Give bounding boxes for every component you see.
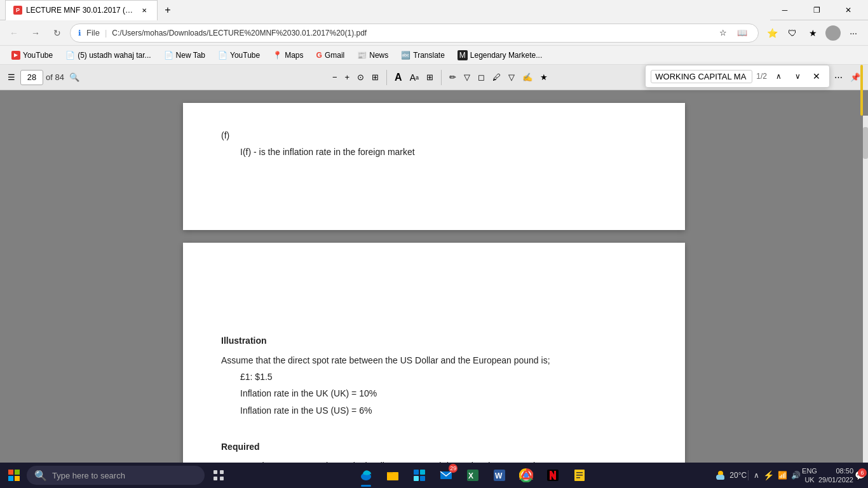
find-next-button[interactable]: ∨ bbox=[790, 69, 805, 84]
page-total: of 84 bbox=[46, 72, 64, 82]
bookmark-legendary[interactable]: M Legendary Markete... bbox=[452, 49, 547, 62]
bookmark-star-button[interactable]: ☆ bbox=[715, 25, 731, 41]
bookmark-translate[interactable]: 🔤 Translate bbox=[396, 50, 450, 61]
toolbar-right: ⭐ 🛡 ★ ··· bbox=[763, 24, 863, 43]
news-icon: 📰 bbox=[357, 51, 367, 60]
find-input[interactable] bbox=[651, 70, 752, 83]
zoom-out-button[interactable]: − bbox=[330, 69, 340, 86]
start-button[interactable] bbox=[3, 464, 25, 487]
notes-icon bbox=[573, 468, 587, 482]
more-button[interactable]: ⋯ bbox=[832, 69, 845, 86]
page-number-input[interactable] bbox=[20, 70, 43, 85]
profile-icon bbox=[825, 25, 841, 41]
notification-area[interactable]: 💬 6 bbox=[855, 470, 865, 481]
find-close-button[interactable]: ✕ bbox=[809, 69, 824, 84]
text-tool-button[interactable]: A bbox=[392, 69, 405, 86]
draw-button[interactable]: ✏ bbox=[447, 69, 459, 86]
chrome-button[interactable] bbox=[513, 463, 539, 488]
chevron-up-icon[interactable]: ∧ bbox=[754, 471, 759, 480]
mail-app-button[interactable]: 29 bbox=[433, 463, 459, 488]
pdf-section-blank2 bbox=[221, 290, 647, 304]
pdf-us-inflation: Inflation rate in the US (US) = 6% bbox=[240, 403, 647, 417]
notes-button[interactable] bbox=[567, 463, 592, 488]
file-explorer-button[interactable] bbox=[380, 463, 405, 488]
task-view-button[interactable] bbox=[206, 463, 231, 488]
erase-button[interactable]: ◻ bbox=[475, 69, 487, 86]
excel-button[interactable]: X bbox=[460, 463, 485, 488]
language-indicator[interactable]: ENG UK bbox=[802, 466, 817, 485]
browser-essentials-button[interactable]: 🛡 bbox=[783, 24, 802, 43]
excel-icon: X bbox=[466, 468, 480, 482]
bookmark-label: New Tab bbox=[176, 51, 205, 60]
address-bar[interactable]: ℹ File | C:/Users/mohas/Downloads/LECTUR… bbox=[70, 24, 759, 43]
bookmark-newtab[interactable]: 📄 New Tab bbox=[159, 50, 210, 61]
bookmark-news[interactable]: 📰 News bbox=[352, 50, 393, 61]
doc-icon: 📄 bbox=[164, 51, 173, 60]
page-view-button[interactable]: ⊞ bbox=[369, 69, 381, 86]
right-scrollbar-thumb[interactable] bbox=[863, 127, 868, 159]
pdf-section-blank bbox=[221, 268, 647, 282]
minimize-button[interactable]: ─ bbox=[770, 0, 799, 20]
tab-close-button[interactable]: ✕ bbox=[139, 5, 149, 15]
store-button[interactable] bbox=[407, 463, 432, 488]
svg-rect-6 bbox=[214, 477, 217, 480]
draw2-button[interactable]: ▽ bbox=[461, 69, 473, 86]
svg-rect-26 bbox=[576, 475, 583, 476]
text-tool2-button[interactable]: Aa bbox=[407, 69, 421, 86]
bookmark-youtube1[interactable]: ▶ YouTube bbox=[6, 50, 58, 61]
stamp-button[interactable]: ★ bbox=[538, 69, 550, 86]
comment2-button[interactable]: ▽ bbox=[506, 69, 517, 86]
fit-page-button[interactable]: ⊙ bbox=[355, 69, 367, 86]
tab-title: LECTURE MNF 30.01.2017 (1).pdf bbox=[26, 6, 135, 15]
svg-rect-11 bbox=[414, 470, 419, 475]
bookmark-label: Legendary Markete... bbox=[470, 51, 542, 60]
bookmark-ustadh[interactable]: 📄 (5) ustadh wahaj tar... bbox=[60, 50, 156, 61]
maps-icon: 📍 bbox=[273, 51, 282, 60]
svg-rect-3 bbox=[15, 476, 20, 481]
svg-rect-27 bbox=[576, 477, 580, 478]
info-icon: ℹ bbox=[78, 29, 81, 37]
svg-rect-10 bbox=[387, 472, 393, 473]
collections-button[interactable]: ⭐ bbox=[763, 24, 782, 43]
svg-rect-25 bbox=[576, 472, 583, 473]
pdf-search-button[interactable]: 🔍 bbox=[67, 69, 82, 86]
find-prev-button[interactable]: ∧ bbox=[771, 69, 786, 84]
taskbar-search[interactable]: 🔍 Type here to search bbox=[27, 466, 205, 485]
zoom-in-button[interactable]: + bbox=[342, 69, 353, 86]
edge-app-button[interactable] bbox=[353, 463, 379, 488]
account-button[interactable] bbox=[824, 24, 843, 43]
youtube-icon: ▶ bbox=[11, 51, 20, 60]
forward-button[interactable]: → bbox=[27, 24, 44, 42]
find-count: 1/2 bbox=[756, 72, 767, 81]
bookmark-label: YouTube bbox=[230, 51, 260, 60]
new-tab-button[interactable]: + bbox=[158, 0, 178, 20]
settings-button[interactable]: ··· bbox=[844, 24, 863, 43]
network-icon[interactable]: 📶 bbox=[778, 471, 787, 480]
system-clock[interactable]: 08:50 29/01/2022 bbox=[818, 466, 853, 485]
right-scrollbar[interactable] bbox=[863, 116, 868, 463]
netflix-button[interactable] bbox=[540, 463, 566, 488]
pdf-content[interactable]: (f) I(f) - is the inflation rate in the … bbox=[0, 90, 868, 463]
browser-tab[interactable]: P LECTURE MNF 30.01.2017 (1).pdf ✕ bbox=[5, 0, 158, 20]
address-bar-row: ← → ↻ ℹ File | C:/Users/mohas/Downloads/… bbox=[0, 20, 868, 46]
svg-rect-13 bbox=[414, 476, 419, 481]
bookmark-gmail[interactable]: G Gmail bbox=[311, 50, 350, 61]
weather-widget[interactable]: 20°C bbox=[714, 469, 747, 482]
read-mode-button[interactable]: 📖 bbox=[734, 25, 750, 41]
word-button[interactable]: W bbox=[487, 463, 512, 488]
view-mode-button[interactable]: ⊞ bbox=[424, 69, 436, 86]
favorites-button[interactable]: ★ bbox=[803, 24, 822, 43]
close-button[interactable]: ✕ bbox=[834, 0, 863, 20]
svg-text:W: W bbox=[495, 471, 503, 480]
bookmark-maps[interactable]: 📍 Maps bbox=[268, 50, 308, 61]
bluetooth-icon[interactable]: ⚡ bbox=[763, 470, 774, 480]
annotate-button[interactable]: ✍ bbox=[520, 69, 535, 86]
toggle-sidebar-button[interactable]: ☰ bbox=[5, 69, 18, 86]
back-button[interactable]: ← bbox=[5, 24, 23, 42]
maximize-button[interactable]: ❐ bbox=[802, 0, 831, 20]
comment-button[interactable]: 🖊 bbox=[490, 69, 503, 86]
refresh-button[interactable]: ↻ bbox=[48, 24, 66, 42]
svg-text:X: X bbox=[468, 471, 473, 480]
bookmark-youtube2[interactable]: 📄 YouTube bbox=[213, 50, 265, 61]
speaker-icon[interactable]: 🔊 bbox=[791, 471, 801, 480]
